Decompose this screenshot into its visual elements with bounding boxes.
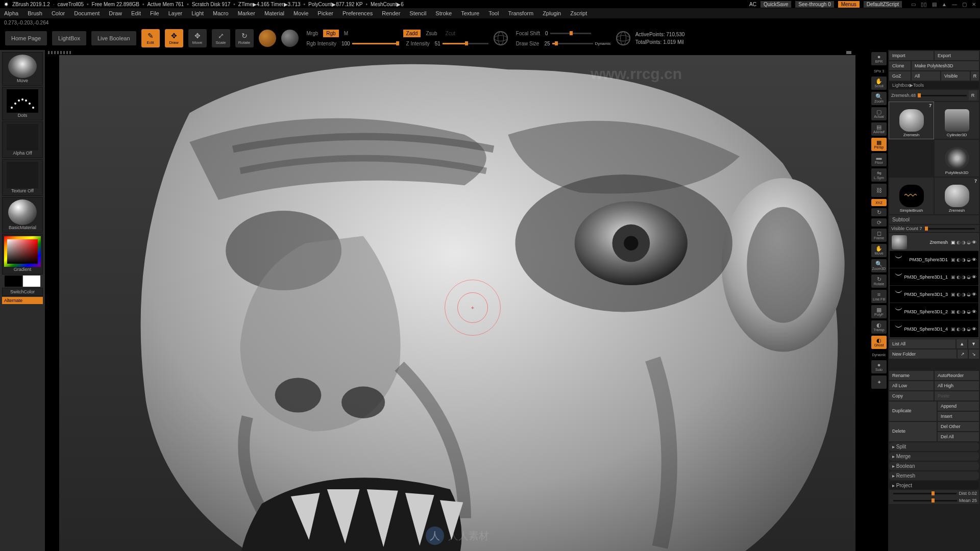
bpr-button[interactable]: ●BPR [871, 52, 887, 65]
folder-down-button[interactable]: ↘ [969, 349, 979, 359]
axis-y-button[interactable]: ↻ [871, 208, 887, 216]
eye-icon[interactable]: 👁 [972, 257, 976, 262]
tool-zremesh-2[interactable]: 7Zremesh [935, 178, 979, 214]
lightbox-button[interactable]: LightBox [52, 31, 86, 45]
remesh-accordion[interactable]: Remesh [889, 471, 979, 480]
subtool-row[interactable]: PM3D_Sphere3D1_4▣◐◑◒👁 [890, 320, 978, 338]
add-icon[interactable]: ◐ [957, 292, 961, 297]
menu-movie[interactable]: Movie [293, 10, 308, 16]
make-polymesh-button[interactable]: Make PolyMesh3D [912, 61, 979, 70]
ghost-button[interactable]: ◐Ghost [871, 336, 887, 349]
folder-up-button[interactable]: ↗ [958, 349, 968, 359]
switch-color-button[interactable]: SwitchColor [2, 288, 43, 296]
add-icon[interactable]: ◐ [957, 240, 961, 245]
home-page-button[interactable]: Home Page [5, 31, 47, 45]
focal-shift-slider[interactable] [550, 33, 591, 34]
menu-file[interactable]: File [150, 10, 159, 16]
z-intensity-value[interactable]: 51 [435, 41, 440, 46]
insert-button[interactable]: Insert [938, 412, 979, 421]
goz-all-button[interactable]: All [912, 71, 940, 81]
import-button[interactable]: Import [889, 51, 934, 60]
tool-cylinder[interactable]: Cylinder3D [935, 102, 979, 139]
subtool-row[interactable]: Zremesh▣◐◑◒👁 [890, 234, 978, 251]
int-icon[interactable]: ◒ [967, 309, 971, 314]
int-icon[interactable]: ◒ [967, 257, 971, 262]
start-icon[interactable]: ▣ [951, 292, 955, 297]
add-icon[interactable]: ◐ [957, 274, 961, 280]
dynamic-indicator[interactable]: Dynamic [871, 351, 887, 358]
sub-icon[interactable]: ◑ [962, 292, 966, 297]
scroll-button[interactable]: ✋Scroll [871, 77, 887, 90]
rotate-button[interactable]: ↻Rotate [871, 274, 887, 288]
int-icon[interactable]: ◒ [967, 327, 971, 332]
all-high-button[interactable]: All High [935, 381, 979, 390]
menu-texture[interactable]: Texture [461, 10, 479, 16]
start-icon[interactable]: ▣ [951, 274, 955, 280]
duplicate-button[interactable]: Duplicate [889, 402, 937, 421]
rgb-intensity-value[interactable]: 100 [341, 41, 350, 46]
start-icon[interactable]: ▣ [951, 240, 955, 245]
int-icon[interactable]: ◒ [967, 274, 971, 280]
focal-shift-value[interactable]: 0 [545, 31, 548, 36]
m-toggle[interactable]: M [341, 30, 351, 37]
z-intensity-slider[interactable] [443, 43, 488, 44]
del-other-button[interactable]: Del Other [938, 422, 979, 431]
subtool-row[interactable]: PM3D_Sphere3D1_3▣◐◑◒👁 [890, 286, 978, 303]
linefill-button[interactable]: ≡Line Fill [871, 290, 887, 303]
layout-3-icon[interactable]: ▤ [932, 2, 937, 7]
visible-count-slider[interactable]: Visible Count 7 [889, 225, 979, 232]
menu-macro[interactable]: Macro [213, 10, 229, 16]
paste-button[interactable]: Paste [935, 391, 979, 400]
tool-polymesh[interactable]: PolyMesh3D [935, 140, 979, 177]
actual-button[interactable]: ▢Actual [871, 107, 887, 120]
add-icon[interactable]: ◐ [957, 309, 961, 314]
zcut-toggle[interactable]: Zcut [443, 30, 458, 37]
xyz-button[interactable]: XYZ [871, 199, 887, 206]
draw-mode-button[interactable]: ✥Draw [165, 29, 183, 47]
layout-2-icon[interactable]: ▯▯ [921, 2, 927, 7]
sub-icon[interactable]: ◑ [962, 309, 966, 314]
draw-size-value[interactable]: 25 [544, 41, 550, 46]
subtool-row[interactable]: PM3D_Sphere3D1_2▣◐◑◒👁 [890, 303, 978, 320]
texture-picker[interactable]: Texture Off [2, 159, 43, 196]
quicksave-button[interactable]: QuickSave [761, 1, 791, 8]
dist-slider[interactable]: Dist 0.02 [889, 490, 979, 497]
move-up-button[interactable]: ▲ [957, 339, 967, 348]
zsub-toggle[interactable]: Zsub [423, 30, 440, 37]
tool-breadcrumb[interactable]: Lightbox▶Tools [889, 82, 979, 89]
int-icon[interactable]: ◒ [967, 240, 971, 245]
transp-button[interactable]: ◐Transp [871, 320, 887, 334]
tool-simplebrush[interactable]: SimpleBrush [889, 178, 934, 214]
solo-button[interactable]: ●Solo [871, 360, 887, 373]
goz-visible-button[interactable]: Visible [941, 71, 970, 81]
sub-icon[interactable]: ◑ [962, 327, 966, 332]
stroke-picker[interactable]: Dots [2, 87, 43, 120]
zremesh-r-button[interactable]: R [969, 91, 977, 100]
subtool-header[interactable]: Subtool [889, 215, 979, 224]
secondary-color-swatch[interactable] [5, 276, 22, 287]
zadd-toggle[interactable]: Zadd [403, 30, 421, 37]
clone-button[interactable]: Clone [889, 61, 911, 70]
axis-z-button[interactable]: ⟳ [871, 218, 887, 227]
subtool-row[interactable]: PM3D_Sphere3D1▣◐◑◒👁 [890, 251, 978, 268]
eye-icon[interactable]: 👁 [972, 292, 976, 297]
material-picker[interactable]: BasicMaterial [2, 197, 43, 233]
rgb-intensity-slider[interactable] [352, 43, 398, 44]
sub-icon[interactable]: ◑ [962, 257, 966, 262]
primary-color-swatch[interactable] [23, 276, 40, 287]
menu-edit[interactable]: Edit [131, 10, 141, 16]
add-icon[interactable]: ◐ [957, 257, 961, 262]
add-icon[interactable]: ◐ [957, 327, 961, 332]
link-button[interactable]: ⛓ [871, 184, 887, 197]
color-picker[interactable]: Gradient [2, 234, 43, 274]
menu-marker[interactable]: Marker [238, 10, 255, 16]
menu-zscript[interactable]: Zscript [570, 10, 587, 16]
menu-stencil[interactable]: Stencil [409, 10, 426, 16]
move-down-button[interactable]: ▼ [968, 339, 979, 348]
dynamic-toggle[interactable]: Dynamic [595, 41, 611, 46]
alpha-picker[interactable]: Alpha Off [2, 121, 43, 158]
brush-picker[interactable]: Move [2, 52, 43, 86]
start-icon[interactable]: ▣ [951, 327, 955, 332]
gyro-icon[interactable] [494, 31, 508, 45]
tool-zremesh[interactable]: 7Zremesh [889, 102, 934, 139]
